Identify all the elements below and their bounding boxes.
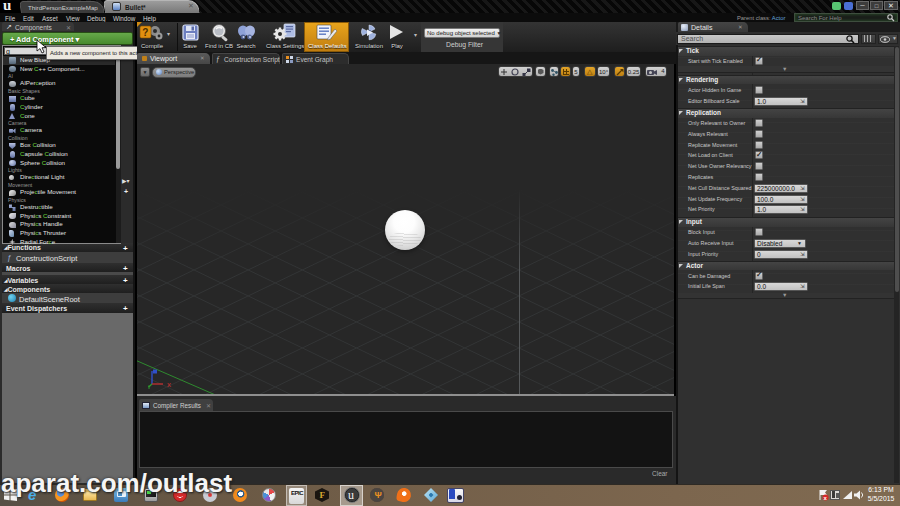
svg-text:?: ?: [142, 27, 148, 38]
svg-text:X: X: [167, 382, 171, 388]
